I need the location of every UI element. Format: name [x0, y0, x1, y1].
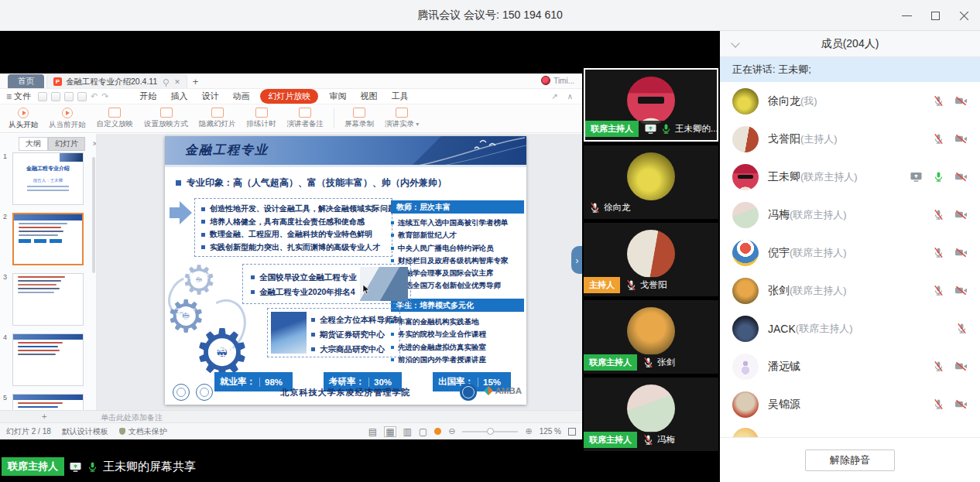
design-template-label[interactable]: 默认设计模板 — [62, 426, 108, 437]
video-tile-3[interactable]: 主持人戈誉阳 — [584, 223, 718, 296]
slide-view-icon[interactable]: ▦ — [384, 426, 396, 437]
video-tile-4[interactable]: 联席主持人张剑 — [584, 300, 718, 374]
notes-bar: + 单击此处添加备注 — [0, 410, 582, 422]
menu-item-8[interactable]: 工具 — [384, 91, 415, 102]
member-name: 张剑 — [768, 284, 790, 298]
zoom-percent[interactable]: 125 % — [540, 427, 561, 436]
mic-on-icon — [933, 171, 944, 183]
record-indicator-icon[interactable] — [434, 428, 441, 435]
video-tile-1[interactable]: 联席主持人王未卿的... — [584, 68, 718, 142]
member-row[interactable]: 张剑(联席主持人) — [720, 272, 980, 309]
protection-status[interactable]: 文档未保护 — [119, 426, 167, 437]
file-menu[interactable]: 文件 — [14, 91, 31, 102]
member-icons — [933, 398, 968, 410]
unmute-button[interactable]: 解除静音 — [805, 450, 895, 471]
open-icon[interactable] — [38, 92, 47, 101]
member-name: JACK — [768, 323, 796, 335]
member-row[interactable]: 吴锦源 — [720, 385, 980, 423]
ribbon-button-2[interactable]: 从当前开始 — [43, 104, 91, 132]
fullscreen-icon[interactable] — [568, 428, 576, 436]
video-strip-expander[interactable]: › — [571, 246, 583, 274]
slide-thumbnail-3[interactable] — [12, 273, 84, 326]
menu-item-6[interactable]: 审阅 — [322, 91, 353, 102]
gear-label: 工程应用 — [176, 309, 196, 324]
new-tab-button[interactable]: + — [193, 74, 199, 88]
member-row[interactable]: JACK(联席主持人) — [720, 309, 980, 347]
bullet-item: 全程全方位本科导师制 — [311, 313, 401, 327]
window-title: 腾讯会议 会议号: 150 194 610 — [417, 9, 563, 22]
ribbon-button-9[interactable]: 演讲实录 — [379, 104, 424, 132]
export-icon[interactable] — [77, 92, 87, 101]
member-role: (联席主持人) — [790, 246, 847, 260]
minimize-button[interactable] — [902, 11, 912, 21]
video-tile-2[interactable]: 徐向龙 — [584, 145, 718, 219]
thumbnail-line — [18, 406, 58, 408]
ribbon-button-4[interactable]: 设置放映方式 — [139, 104, 194, 132]
zoom-out-icon[interactable]: ⊖ — [448, 426, 455, 436]
menu-item-4[interactable]: 动画 — [225, 91, 256, 102]
wps-home-tab[interactable]: 首页 — [8, 74, 44, 88]
menu-item-2[interactable]: 插入 — [163, 91, 194, 102]
collapse-ribbon-icon[interactable]: ∧ — [567, 92, 573, 101]
zoom-slider-thumb[interactable] — [487, 428, 494, 435]
thumbnail-scrollbar[interactable] — [92, 157, 95, 273]
ribbon-button-1[interactable]: 从头开始 — [3, 104, 43, 132]
print-icon[interactable] — [64, 92, 74, 101]
close-tab-icon[interactable]: ✕ — [174, 78, 180, 86]
menu-item-5[interactable]: 幻灯片放映 — [260, 89, 318, 104]
camera-off-icon — [954, 285, 968, 296]
member-row[interactable]: 潘远铖 — [720, 347, 980, 385]
menu-item-3[interactable]: 设计 — [194, 91, 225, 102]
avatar — [732, 316, 759, 342]
wps-document-tab[interactable]: P 金融工程专业介绍20.4.11 ✕ — [46, 74, 187, 88]
video-name-bar: 冯梅 — [637, 432, 680, 448]
ribbon-button-3[interactable]: 自定义放映 — [91, 104, 139, 132]
pin-tab-icon[interactable] — [163, 79, 169, 84]
chevron-down-icon[interactable] — [731, 39, 739, 47]
member-row[interactable]: 徐向龙(我) — [720, 82, 980, 120]
notes-placeholder[interactable]: 单击此处添加备注 — [101, 412, 163, 423]
ribbon-label: 从头开始 — [9, 120, 38, 130]
thumbnail-number: 4 — [3, 333, 11, 341]
close-button[interactable] — [959, 11, 969, 21]
add-slide-button[interactable]: + — [42, 412, 46, 421]
save-icon[interactable] — [51, 92, 60, 101]
thumbnail-line — [19, 227, 61, 228]
member-row[interactable]: 戈誉阳(主持人) — [720, 120, 980, 158]
sorter-view-icon[interactable]: ▥ — [403, 427, 412, 436]
slide-thumbnail-1[interactable]: 金融工程专业介绍报告人：王未卿 — [12, 152, 84, 205]
member-row[interactable]: 王未卿(联席主持人) — [720, 158, 980, 196]
tab-slides[interactable]: 幻灯片 — [48, 137, 85, 151]
shield-icon — [119, 428, 125, 435]
impression-text: 专业印象：高（人气超高）、富（技能丰富）、帅（内外兼帅） — [187, 176, 447, 190]
account-name: Timi... — [553, 77, 574, 85]
share-document-icon[interactable]: ↗ — [551, 92, 557, 101]
ribbon-button-8[interactable]: 屏幕录制 — [339, 104, 379, 132]
ribbon-button-7[interactable]: 演讲者备注 — [282, 104, 330, 132]
tab-outline[interactable]: 大纲 — [19, 137, 48, 151]
hamburger-menu-icon[interactable]: ≡ — [6, 91, 12, 102]
bullet-text: 务实的院校与企业合作课程 — [398, 328, 486, 340]
bullet-text: 连续五年入选中国高被引学者榜单 — [398, 217, 509, 229]
menubar-right-icons: ↗ ∧ — [551, 92, 573, 101]
member-row[interactable]: 倪宇(联席主持人) — [720, 234, 980, 272]
ribbon-button-6[interactable]: 排练计时 — [242, 104, 282, 132]
maximize-button[interactable] — [930, 11, 941, 21]
normal-view-icon[interactable]: ▤ — [368, 427, 377, 436]
menu-item-7[interactable]: 视图 — [353, 91, 384, 102]
ribbon-button-5[interactable]: 隐藏幻灯片 — [194, 104, 242, 132]
ribbon-label: 演讲实录 — [385, 119, 419, 129]
slide-thumbnail-2[interactable] — [12, 213, 84, 265]
member-row[interactable]: 冯梅(联席主持人) — [720, 196, 980, 234]
video-tile-5[interactable]: 联席主持人冯梅 — [584, 378, 718, 451]
zoom-slider[interactable] — [462, 431, 518, 432]
undo-icon[interactable]: ↶ — [91, 91, 98, 101]
zoom-in-icon[interactable]: ⊕ — [525, 426, 532, 436]
wps-account[interactable]: Timi... — [541, 76, 574, 85]
redo-icon[interactable]: ↷ — [101, 91, 108, 101]
reading-view-icon[interactable]: ▢ — [419, 427, 427, 436]
menu-item-1[interactable]: 开始 — [132, 91, 163, 102]
slide-thumbnail-4[interactable] — [12, 333, 84, 386]
slide-thumbnail-5[interactable] — [12, 394, 84, 410]
member-name: 戈誉阳 — [768, 132, 800, 146]
